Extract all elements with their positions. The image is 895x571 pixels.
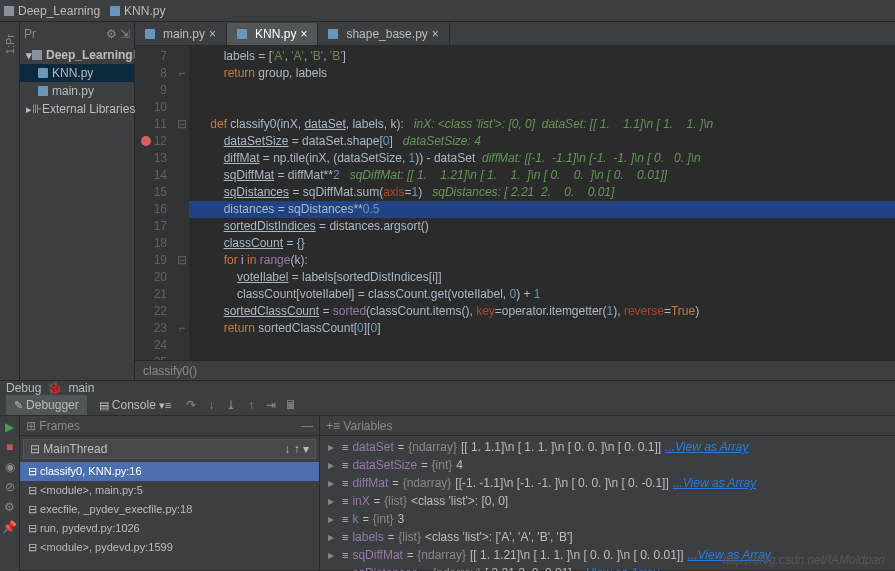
close-icon[interactable]: × [432,27,439,41]
close-icon[interactable]: × [209,27,216,41]
run-to-cursor-icon[interactable]: ⇥ [263,397,279,413]
frame-item[interactable]: ⊟ <module>, pydevd.py:1599 [20,538,319,557]
debug-panel: Debug 🐞 main ✎ Debugger ▤ Console ▾≡ ↷ ↓… [0,380,895,570]
debug-toolbar: ✎ Debugger ▤ Console ▾≡ ↷ ↓ ⤓ ↑ ⇥ 🖩 [0,395,895,416]
frames-list[interactable]: ⊟ classify0, KNN.py:16⊟ <module>, main.p… [20,462,319,571]
variable-item[interactable]: ▸ ≡ k = {int} 3 [320,510,895,528]
editor-tabs: main.py × KNN.py × shape_base.py × [135,22,895,46]
step-out-icon[interactable]: ↑ [243,397,259,413]
title-bar: Deep_Learning KNN.py [0,0,895,22]
line-gutter[interactable]: 7891011121314151617181920212223242526 [135,46,175,360]
hide-icon[interactable]: — [301,419,313,433]
project-panel-header[interactable]: Pr⚙ ⇲ [20,24,134,44]
stop-icon[interactable]: ■ [6,440,13,454]
tree-external[interactable]: ▸ ⊪ External Libraries [20,100,134,118]
tree-file[interactable]: KNN.py [20,64,134,82]
tool-stripe-left: 1:Pr [0,22,20,380]
settings-icon[interactable]: ⚙ [4,500,15,514]
file-crumb[interactable]: KNN.py [110,4,165,18]
tab-knn[interactable]: KNN.py × [227,23,318,45]
frames-panel: ⊞ Frames— ⊟ MainThread↓ ↑ ▾ ⊟ classify0,… [20,416,320,571]
variable-item[interactable]: ▸ ≡ inX = {list} <class 'list'>: [0, 0] [320,492,895,510]
close-icon[interactable]: × [300,27,307,41]
debugger-tab[interactable]: ✎ Debugger [6,395,87,415]
tab-main[interactable]: main.py × [135,23,227,45]
variable-item[interactable]: ▸ ≡ dataSet = {ndarray} [[ 1. 1.1]\n [ 1… [320,438,895,456]
project-crumb[interactable]: Deep_Learning [4,4,100,18]
tab-shapebase[interactable]: shape_base.py × [318,23,449,45]
console-tab[interactable]: ▤ Console ▾≡ [91,395,180,415]
frame-item[interactable]: ⊟ execfile, _pydev_execfile.py:18 [20,500,319,519]
evaluate-icon[interactable]: 🖩 [283,397,299,413]
resume-icon[interactable]: ▶ [5,420,14,434]
watermark: http://blog.csdn.net/IAMoldpan [723,553,885,567]
breadcrumb[interactable]: classify0() [135,360,895,380]
tree-file[interactable]: main.py [20,82,134,100]
step-over-icon[interactable]: ↷ [183,397,199,413]
frame-item[interactable]: ⊟ <module>, main.py:5 [20,481,319,500]
debug-run-toolbar: ▶ ■ ◉ ⊘ ⚙ 📌 [0,416,20,571]
frame-item[interactable]: ⊟ run, pydevd.py:1026 [20,519,319,538]
editor: main.py × KNN.py × shape_base.py × 78910… [135,22,895,380]
view-breakpoints-icon[interactable]: ◉ [5,460,15,474]
project-tool-tab[interactable]: 1:Pr [2,28,18,60]
variables-header: +≡ Variables [320,416,895,436]
variable-item[interactable]: ▸ ≡ dataSetSize = {int} 4 [320,456,895,474]
step-into-icon[interactable]: ↓ [203,397,219,413]
tree-root[interactable]: ▾ Deep_Learning E:\P [20,46,134,64]
debug-header: Debug 🐞 main [0,381,895,395]
mute-breakpoints-icon[interactable]: ⊘ [5,480,15,494]
variable-item[interactable]: ▸ ≡ diffMat = {ndarray} [[-1. -1.1]\n [-… [320,474,895,492]
step-into-my-icon[interactable]: ⤓ [223,397,239,413]
project-tree[interactable]: ▾ Deep_Learning E:\P KNN.py main.py ▸ ⊪ … [20,44,134,120]
thread-dropdown[interactable]: ⊟ MainThread↓ ↑ ▾ [23,439,316,459]
pin-icon[interactable]: 📌 [2,520,17,534]
frames-header: ⊞ Frames— [20,416,319,436]
code-content[interactable]: labels = ['A', 'A', 'B', 'B'] return gro… [189,46,895,360]
variable-item[interactable]: ▸ ≡ labels = {list} <class 'list'>: ['A'… [320,528,895,546]
variables-panel: +≡ Variables ▸ ≡ dataSet = {ndarray} [[ … [320,416,895,571]
variables-list[interactable]: ▸ ≡ dataSet = {ndarray} [[ 1. 1.1]\n [ 1… [320,436,895,571]
project-panel: Pr⚙ ⇲ ▾ Deep_Learning E:\P KNN.py main.p… [20,22,135,380]
frame-item[interactable]: ⊟ classify0, KNN.py:16 [20,462,319,481]
fold-gutter[interactable]: ⌐ ⊟ ⊟ ⌐ [175,46,189,360]
